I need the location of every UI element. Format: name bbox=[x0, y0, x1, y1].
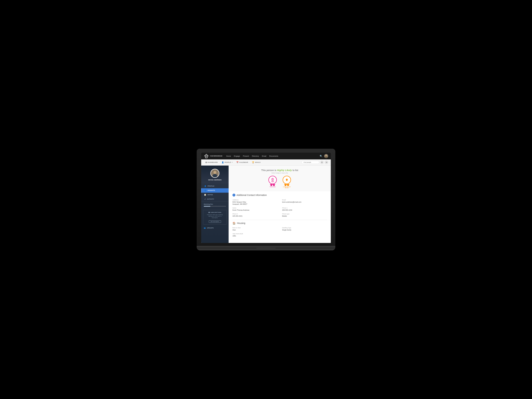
contact-section-title: Additional Contact Information bbox=[236, 194, 267, 196]
user-avatar[interactable] bbox=[324, 154, 328, 158]
year-built-label: Year Home Built bbox=[233, 233, 277, 234]
contact-info-grid: Adddress 6341 Newport WayIssaquah, WA 98… bbox=[233, 199, 327, 217]
living-below-means-badge[interactable]: LIVING BELOW MEANS bbox=[281, 176, 292, 188]
dwelling-type-label: Dwelling Type bbox=[282, 227, 327, 228]
name-value: Kevin Thomas Andrews bbox=[233, 209, 277, 211]
badges-row: TEENAGER bbox=[234, 176, 326, 188]
top-nav-links: Home Engage Present Directory Email Docu… bbox=[226, 155, 320, 157]
sidebar-insights[interactable]: 👤 INSIGHTS bbox=[201, 188, 228, 193]
sidebar-menu: 👤 PROFILE 👤 INSIGHTS 📝 NOTES ↗ bbox=[201, 184, 228, 201]
svg-point-6 bbox=[213, 171, 216, 174]
sidebar-activity[interactable]: ↗ ACTIVITY bbox=[201, 197, 228, 201]
phone-type-label: Phone type bbox=[282, 213, 327, 215]
logo-icon bbox=[204, 154, 209, 158]
likelihood-highlight: Highly Likely bbox=[277, 169, 292, 171]
year-built-value: 1981 bbox=[233, 235, 277, 237]
svg-point-7 bbox=[213, 174, 217, 177]
email-field: Email kevin.andrews@email.com bbox=[282, 199, 327, 205]
phone1-field: Phone 1 206-555-1234 bbox=[282, 207, 327, 211]
marketing-plan-section: Marketing Plan bbox=[201, 201, 228, 209]
groups-icon: 👥 bbox=[204, 227, 206, 229]
content-area: This person is Highly Likely to list Sel… bbox=[228, 165, 331, 243]
house-icon: 🏠 bbox=[233, 222, 236, 225]
profile-header: KEVIN ANDREWS bbox=[201, 165, 228, 183]
teenager-badge-label: TEENAGER bbox=[270, 186, 276, 187]
address-label: Adddress bbox=[233, 199, 277, 201]
subnav-calendar[interactable]: 📅 CALENDAR bbox=[235, 161, 250, 164]
subscriptions-section: ▦ SUBSCRIPTIONS Keep your name top of mi… bbox=[203, 210, 227, 225]
sidebar-person-name: KEVIN ANDREWS bbox=[204, 179, 226, 181]
email-label: Email bbox=[282, 199, 327, 201]
housing-header: 🏠 Housing bbox=[233, 222, 327, 225]
find-people-input[interactable] bbox=[301, 161, 319, 164]
laptop-wrapper: YOUR BROKERAGE Home Engage Present Direc… bbox=[197, 149, 335, 250]
logo-text-block: YOUR BROKERAGE bbox=[210, 155, 222, 157]
people-icon: 👤 bbox=[222, 161, 224, 164]
teenager-badge-circle bbox=[268, 176, 277, 184]
nav-present[interactable]: Present bbox=[243, 155, 249, 157]
profile-avatar bbox=[210, 169, 219, 178]
notes-menu-icon: 📝 bbox=[204, 194, 206, 196]
search-icon[interactable]: 🔍 bbox=[320, 155, 323, 157]
sidebar-profile[interactable]: 👤 PROFILE bbox=[201, 184, 228, 188]
name-field: Name Kevin Thomas Andrews bbox=[233, 207, 277, 211]
marketing-plan-label: Marketing Plan bbox=[204, 203, 226, 205]
housing-title: Housing bbox=[237, 222, 245, 224]
nav-documents[interactable]: Documents bbox=[269, 155, 278, 157]
phone1-label: Phone 1 bbox=[282, 207, 327, 209]
living-below-means-badge-circle bbox=[283, 176, 291, 184]
laptop-screen: YOUR BROKERAGE Home Engage Present Direc… bbox=[201, 153, 331, 243]
top-nav-right: 🔍 bbox=[320, 154, 328, 158]
housing-info-grid: Rent or Own Own Dwelling Type Single fam… bbox=[233, 227, 327, 237]
rent-or-own-label: Rent or Own bbox=[233, 227, 277, 228]
info-icon: i bbox=[233, 194, 235, 196]
phone-type-value: Mobile bbox=[282, 215, 327, 217]
nav-email[interactable]: Email bbox=[262, 155, 266, 157]
subscriptions-icon: ▦ bbox=[209, 212, 210, 213]
settings-icon[interactable]: ⚙ bbox=[320, 161, 324, 164]
screen-bezel: YOUR BROKERAGE Home Engage Present Direc… bbox=[197, 149, 335, 246]
likelihood-subtitle: Select badge to learn why bbox=[234, 172, 326, 174]
svg-rect-12 bbox=[286, 179, 287, 181]
laptop-hinge bbox=[256, 247, 276, 249]
phone2-value: 425-555-4321 bbox=[233, 215, 277, 217]
sub-nav-right: ⚙ ✉ bbox=[301, 161, 328, 164]
mail-icon[interactable]: ✉ bbox=[325, 161, 328, 164]
address-value: 6341 Newport WayIssaquah, WA 98027 bbox=[233, 201, 277, 205]
main-content: KEVIN ANDREWS 👤 PROFILE 👤 INSIGHTS 📝 bbox=[201, 165, 331, 243]
laptop-base bbox=[197, 246, 335, 250]
subnav-dashboard[interactable]: ⊞ DASHBOARD bbox=[204, 161, 219, 164]
email-value: kevin.andrews@email.com bbox=[282, 201, 327, 203]
sidebar-notes[interactable]: 📝 NOTES bbox=[201, 193, 228, 197]
dashboard-icon: ⊞ bbox=[205, 161, 207, 164]
logo-area: YOUR BROKERAGE bbox=[204, 154, 222, 158]
address-field: Adddress 6341 Newport WayIssaquah, WA 98… bbox=[233, 199, 277, 205]
subnav-goals[interactable]: 🏆 GOALS bbox=[250, 161, 262, 164]
rent-or-own-value: Own bbox=[233, 229, 277, 231]
top-navigation: YOUR BROKERAGE Home Engage Present Direc… bbox=[201, 153, 331, 159]
phone-type-field: Phone type Mobile bbox=[282, 213, 327, 217]
likelihood-title: This person is Highly Likely to list bbox=[234, 169, 326, 171]
logo-brand: YOUR BROKERAGE bbox=[210, 155, 222, 157]
year-built-field: Year Home Built 1981 bbox=[233, 233, 277, 237]
calendar-icon: 📅 bbox=[236, 161, 239, 164]
nav-home[interactable]: Home bbox=[226, 155, 231, 157]
dwelling-type-field: Dwelling Type Single family bbox=[282, 227, 327, 231]
nav-directory[interactable]: Directory bbox=[252, 155, 259, 157]
name-label: Name bbox=[233, 207, 277, 209]
subnav-people[interactable]: 👤 PEOPLE ▾ bbox=[220, 161, 234, 164]
nav-engage[interactable]: Engage bbox=[234, 155, 240, 157]
svg-point-9 bbox=[272, 178, 273, 180]
svg-point-10 bbox=[271, 180, 274, 182]
dwelling-type-value: Single family bbox=[282, 229, 327, 231]
living-below-means-badge-label: LIVING BELOW MEANS bbox=[281, 186, 292, 188]
housing-section: 🏠 Housing Rent or Own Own Dwelling Type … bbox=[228, 220, 331, 240]
sidebar-groups[interactable]: 👥 GROUPS bbox=[201, 226, 228, 230]
teenager-badge[interactable]: TEENAGER bbox=[267, 176, 278, 188]
phone2-field: Phone 2 425-555-4321 bbox=[233, 213, 277, 217]
subscriptions-title: ▦ SUBSCRIPTIONS bbox=[206, 212, 224, 213]
add-subscriptions-button[interactable]: add subscriptions bbox=[209, 220, 221, 223]
activity-menu-icon: ↗ bbox=[204, 198, 206, 200]
phone1-value: 206-555-1234 bbox=[282, 209, 327, 211]
svg-point-3 bbox=[325, 155, 327, 156]
